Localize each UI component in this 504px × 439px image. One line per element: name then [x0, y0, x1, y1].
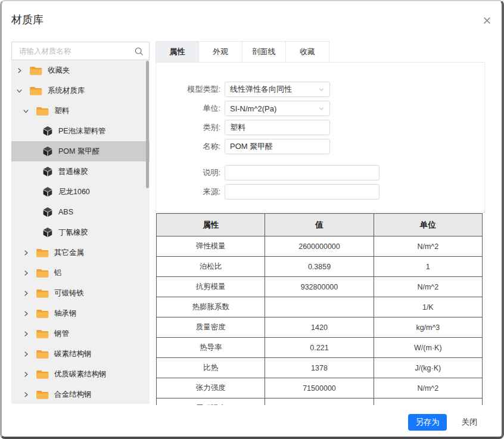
- tree-item[interactable]: 塑料: [11, 101, 150, 121]
- tree-item[interactable]: PE泡沫塑料管: [11, 121, 150, 141]
- table-cell: 泊松比: [157, 257, 265, 277]
- description-input[interactable]: [225, 165, 379, 180]
- chevron-right-icon[interactable]: [22, 310, 30, 317]
- chevron-right-icon[interactable]: [22, 350, 30, 358]
- table-cell: N/m^2: [374, 236, 482, 257]
- table-row[interactable]: 热膨胀系数1/K: [157, 297, 483, 317]
- table-header-row: 属性值单位: [157, 214, 483, 236]
- material-cube-icon: [42, 207, 53, 217]
- model-type-select[interactable]: 线性弹性各向同性: [225, 82, 330, 97]
- tree-item[interactable]: 尼龙1060: [11, 182, 150, 202]
- tree-item[interactable]: 系统材质库: [11, 80, 150, 101]
- table-row[interactable]: 张力强度71500000N/m^2: [157, 378, 483, 398]
- tree-item[interactable]: 丁氰橡胶: [11, 222, 150, 242]
- form-row-description: 说明:: [156, 165, 484, 180]
- category-label: 类别:: [156, 122, 225, 133]
- tab-hatch[interactable]: 剖面线: [242, 41, 286, 63]
- material-sidebar: 收藏夹系统材质库塑料PE泡沫塑料管POM 聚甲醛普通橡胶尼龙1060ABS丁氰橡…: [11, 42, 150, 404]
- description-label: 说明:: [156, 167, 225, 178]
- tab-appearance[interactable]: 外观: [199, 41, 242, 63]
- form-row-unit: 单位:SI-N/m^2(Pa): [156, 101, 484, 116]
- name-input[interactable]: [225, 139, 330, 154]
- tree-item[interactable]: 钢管: [11, 323, 150, 344]
- chevron-right-icon[interactable]: [22, 370, 30, 378]
- tree-item[interactable]: 其它金属: [11, 242, 150, 263]
- tree-item[interactable]: 铝: [11, 263, 150, 283]
- tree-item[interactable]: POM 聚甲醛: [11, 141, 150, 161]
- search-icon[interactable]: [134, 46, 144, 57]
- folder-icon: [30, 66, 42, 76]
- chevron-down-icon[interactable]: [22, 107, 30, 115]
- table-row[interactable]: 热导率0.221W/(m·K): [157, 338, 483, 358]
- tab-properties[interactable]: 属性: [155, 41, 199, 63]
- table-cell: 1/K: [374, 297, 482, 317]
- folder-icon: [36, 349, 49, 359]
- table-row[interactable]: 弹性模量2600000000N/m^2: [157, 236, 483, 257]
- tree-item-label: 优质碳素结构钢: [54, 369, 107, 379]
- table-row[interactable]: 泊松比0.38591: [157, 257, 483, 277]
- tree-item[interactable]: 合金结构钢: [11, 384, 150, 404]
- table-cell: J/(kg·K): [374, 358, 482, 378]
- tree-item-label: ABS: [58, 208, 73, 216]
- table-cell: 0.3859: [265, 257, 374, 277]
- folder-icon: [36, 329, 49, 339]
- tab-favorites[interactable]: 收藏: [286, 41, 329, 63]
- table-row[interactable]: 比热1378J/(kg·K): [157, 358, 483, 378]
- chevron-right-icon[interactable]: [15, 67, 23, 74]
- table-cell: 932800000: [265, 277, 374, 297]
- folder-icon: [36, 309, 49, 319]
- tree-item[interactable]: 优质碳素结构钢: [11, 364, 150, 384]
- material-library-dialog: 材质库 收藏夹系统材质库塑料PE泡沫塑料管POM 聚甲醛普通橡胶尼龙1060AB…: [0, 0, 504, 439]
- tree-item-label: 其它金属: [54, 248, 84, 258]
- search-input[interactable]: [12, 42, 136, 60]
- source-input[interactable]: [225, 184, 379, 200]
- material-cube-icon: [42, 146, 53, 157]
- sidebar-scrollbar[interactable]: [146, 61, 149, 188]
- tree-item[interactable]: 收藏夹: [11, 60, 150, 80]
- chevron-right-icon[interactable]: [22, 330, 30, 338]
- unit-select[interactable]: SI-N/m^2(Pa): [225, 101, 330, 116]
- material-cube-icon: [42, 186, 53, 197]
- folder-icon: [36, 288, 49, 298]
- table-cell: 1420: [265, 317, 374, 338]
- table-cell: 屈服强度: [157, 398, 265, 406]
- table-cell: [265, 297, 374, 317]
- table-cell: 热导率: [157, 338, 265, 358]
- tree-item[interactable]: 轴承钢: [11, 303, 150, 323]
- properties-panel: 模型类型:线性弹性各向同性单位:SI-N/m^2(Pa)类别:名称:说明:来源:: [155, 62, 485, 213]
- category-input[interactable]: [225, 120, 330, 135]
- tree-item-label: 普通橡胶: [58, 167, 88, 177]
- name-label: 名称:: [156, 141, 225, 152]
- tree-item-label: 尼龙1060: [58, 187, 90, 197]
- form-row-source: 来源:: [156, 184, 484, 200]
- chevron-right-icon[interactable]: [22, 269, 30, 277]
- property-table: 属性值单位 弹性模量2600000000N/m^2泊松比0.38591抗剪模量9…: [156, 213, 483, 405]
- table-cell: [265, 398, 374, 406]
- tree-item-label: 丁氰橡胶: [58, 228, 88, 238]
- tree-item-label: 碳素结构钢: [54, 349, 92, 359]
- table-row[interactable]: 屈服强度N/m^2: [157, 398, 483, 406]
- tree-item-label: 塑料: [54, 106, 69, 116]
- chevron-right-icon[interactable]: [22, 289, 30, 297]
- tab-bar: 属性外观剖面线收藏: [155, 41, 329, 63]
- unit-label: 单位:: [156, 103, 225, 114]
- tree-item[interactable]: 普通橡胶: [11, 161, 150, 182]
- table-row[interactable]: 抗剪模量932800000N/m^2: [157, 277, 483, 297]
- chevron-down-icon[interactable]: [15, 87, 23, 95]
- chevron-right-icon[interactable]: [22, 249, 30, 257]
- save-as-button[interactable]: 另存为: [408, 414, 447, 431]
- tree-item[interactable]: 可锻铸铁: [11, 283, 150, 303]
- table-row[interactable]: 质量密度1420kg/m^3: [157, 317, 483, 338]
- close-button[interactable]: 关闭: [454, 414, 485, 431]
- table-cell: 2600000000: [265, 236, 374, 257]
- table-cell: W/(m·K): [374, 338, 482, 358]
- tree-item[interactable]: ABS: [11, 202, 150, 222]
- tree-item[interactable]: 碳素结构钢: [11, 344, 150, 364]
- form-row-model-type: 模型类型:线性弹性各向同性: [156, 82, 484, 97]
- close-icon[interactable]: [481, 15, 492, 26]
- table-cell: 热膨胀系数: [157, 297, 265, 317]
- table-cell: 张力强度: [157, 378, 265, 398]
- search-box: [11, 42, 150, 60]
- folder-icon: [36, 248, 49, 258]
- chevron-right-icon[interactable]: [22, 391, 30, 398]
